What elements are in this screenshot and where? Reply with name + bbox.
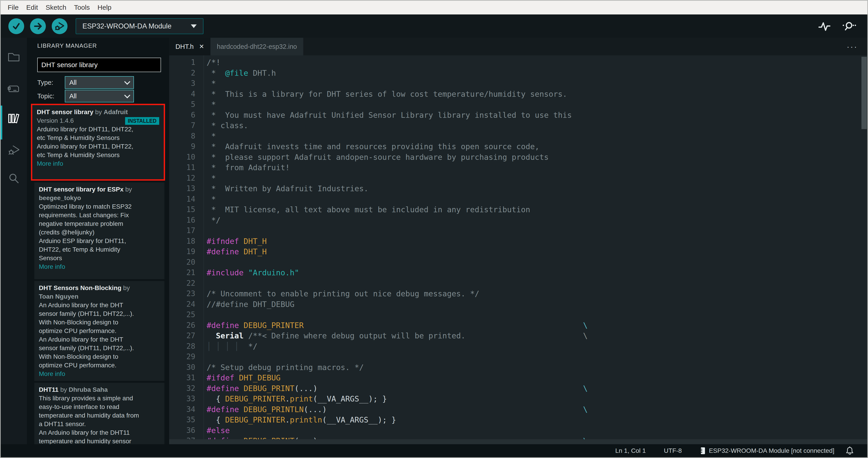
library-description-line: An Arduino library for the DHT11 [39,428,160,437]
code-area[interactable]: 1234567891011121314151617181920212223242… [169,55,867,439]
sidebar-item-boards-manager[interactable] [1,76,27,101]
code-line[interactable]: { DEBUG_PRINTER.println(__VA_ARGS__); } [207,414,861,425]
overflow-menu-icon[interactable]: ··· [847,42,867,51]
line-number: 35 [169,414,204,425]
code-line[interactable]: /* Setup debug printing macros. */ [207,362,861,373]
tab-dht-h[interactable]: DHT.h✕ [169,38,211,55]
menu-item-help[interactable]: Help [94,4,115,11]
code-line[interactable]: │ │ │ │ */ [207,341,861,352]
code-line[interactable]: * You must have Adafruit Unified Sensor … [207,110,861,120]
line-number: 7 [169,120,204,131]
code-line[interactable]: * class. [207,120,861,131]
library-description-line: Sensors [39,254,160,262]
code-line[interactable]: #define DEBUG_PRINT(...)\ [207,383,861,394]
library-entry-title: DHT11 by Dhruba Saha [39,385,160,394]
library-description-line: negative temperature problem [39,220,160,228]
code-line[interactable]: #define DEBUG_PRINTER\ [207,320,861,331]
sidebar-item-sketchbook[interactable] [1,45,27,69]
code-line[interactable] [207,257,861,268]
line-number: 36 [169,425,204,436]
code-line[interactable]: * [207,99,861,110]
verify-button[interactable] [8,18,24,34]
code-line[interactable] [207,310,861,320]
code-line[interactable]: * from Adafruit! [207,162,861,173]
board-status[interactable]: ESP32-WROOM-DA Module [not connected] [700,447,834,455]
board-selector[interactable]: ESP32-WROOM-DA Module [75,18,204,34]
type-filter-label: Type: [37,79,53,86]
library-name: DHT11 [39,386,59,393]
code-line[interactable]: { DEBUG_PRINTER.print(__VA_ARGS__); } [207,394,861,404]
menu-item-sketch[interactable]: Sketch [42,4,70,11]
code-line[interactable]: /*! [207,57,861,68]
menu-item-file[interactable]: File [4,4,22,11]
line-number: 27 [169,331,204,341]
vertical-scrollbar-thumb[interactable] [862,57,867,129]
chevron-down-icon [191,24,197,28]
upload-button[interactable] [30,18,46,34]
code-line[interactable]: * [207,173,861,183]
code-line[interactable]: #else [207,425,861,436]
serial-plotter-icon[interactable] [818,20,831,33]
code-line[interactable]: #include "Arduino.h" [207,267,861,278]
code-line[interactable]: #ifndef DHT_H [207,236,861,247]
code-line[interactable]: * @file DHT.h [207,68,861,79]
code-line[interactable]: * [207,78,861,89]
line-number: 1 [169,57,204,68]
library-entry[interactable]: DHT11 by Dhruba SahaThis library provide… [34,383,164,444]
code-line[interactable]: * please support Adafruit andopen-source… [207,152,861,163]
code-line[interactable]: */ [207,215,861,226]
code-line[interactable]: #define DEBUG_PRINTLN(...)\ [207,404,861,415]
sidebar-item-library-manager[interactable] [1,106,27,131]
topic-filter-select[interactable]: All [65,90,134,103]
library-description-line: Arduino library for DHT11, DHT22, [37,125,159,134]
code-line[interactable]: #define DEBUG_PRINT(...)\ [207,436,861,439]
menu-item-edit[interactable]: Edit [22,4,42,11]
menu-item-tools[interactable]: Tools [70,4,94,11]
type-filter-select[interactable]: All [65,76,134,89]
more-info-link[interactable]: More info [39,370,160,378]
debug-button[interactable] [52,18,67,34]
folder-icon [7,50,21,64]
notification-bell-icon[interactable] [846,446,854,455]
code-line[interactable]: Serial /**< Define where debug output wi… [207,331,861,341]
line-continuation-backslash: \ [583,436,588,439]
check-icon [11,21,21,31]
horizontal-scrollbar-track[interactable] [169,439,867,444]
code-line[interactable]: #define DHT_H [207,247,861,257]
line-number: 33 [169,394,204,404]
library-entry[interactable]: DHT sensor library for ESPx by beegee_to… [34,182,164,279]
code-line[interactable]: * MIT license, all text above must be in… [207,204,861,215]
library-search-input[interactable]: DHT sensor library [37,58,161,72]
code-line[interactable]: /* Uncomment to enable printing out nice… [207,288,861,299]
code-line[interactable]: * [207,131,861,142]
code-line[interactable] [207,278,861,289]
cursor-position[interactable]: Ln 1, Col 1 [615,447,646,454]
more-info-link[interactable]: More info [39,262,160,271]
code-line[interactable]: #ifdef DHT_DEBUG [207,373,861,383]
library-entry[interactable]: DHT sensor library by AdafruitVersion 1.… [32,105,164,179]
code-line[interactable]: * [207,194,861,205]
line-number: 12 [169,173,204,183]
installed-badge: INSTALLED [125,117,159,125]
code-line[interactable]: //#define DHT_DEBUG [207,299,861,310]
close-icon[interactable]: ✕ [199,43,204,50]
serial-monitor-icon[interactable] [842,20,857,33]
toolbar: ESP32-WROOM-DA Module [1,15,867,38]
code-line[interactable]: * Adafruit invests time and resources pr… [207,141,861,152]
encoding[interactable]: UTF-8 [664,447,682,454]
library-entry[interactable]: DHT Sensors Non-Blocking by Toan NguyenA… [34,281,164,381]
code-line[interactable]: * Written by Adafruit Industries. [207,183,861,194]
sidebar-item-debug[interactable] [1,138,27,163]
library-description-line: sensor family (DHT11, DHT22,...). [39,310,160,318]
line-number: 9 [169,141,204,152]
library-description-line: temperature and humidity data from [39,411,160,420]
tab-hardcoded-dht22-esp32-ino[interactable]: hardcoded-dht22-esp32.ino [211,38,303,55]
library-description-line: optimize CPU performance. [39,361,160,370]
board-selector-value: ESP32-WROOM-DA Module [83,22,172,30]
sidebar-item-search[interactable] [1,166,27,191]
code-line[interactable] [207,225,861,236]
code-content[interactable]: /*! * @file DHT.h * * This is a library … [207,57,861,439]
code-line[interactable]: * This is a library for DHT series of lo… [207,89,861,99]
more-info-link[interactable]: More info [37,160,159,168]
code-line[interactable] [207,351,861,362]
